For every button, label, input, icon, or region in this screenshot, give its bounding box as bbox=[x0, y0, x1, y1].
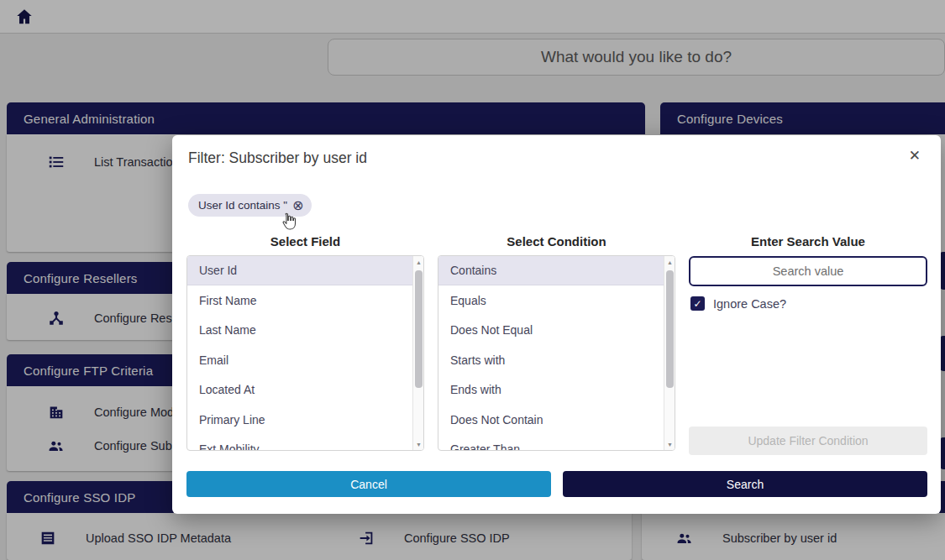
ignore-case-checkbox-row[interactable]: ✓ Ignore Case? bbox=[690, 296, 786, 311]
field-option-primary-line[interactable]: Primary Line bbox=[187, 405, 412, 434]
scroll-down-icon[interactable]: ▼ bbox=[413, 438, 424, 450]
field-option-last-name[interactable]: Last Name bbox=[187, 316, 412, 345]
field-option-first-name[interactable]: First Name bbox=[187, 285, 412, 315]
filter-condition-chip[interactable]: User Id contains " ⊗ bbox=[188, 194, 312, 217]
condition-option-contains[interactable]: Contains bbox=[438, 256, 664, 285]
condition-option-ends-with[interactable]: Ends with bbox=[438, 375, 664, 405]
field-listbox: User Id First Name Last Name Email Locat… bbox=[186, 255, 424, 451]
cancel-button[interactable]: Cancel bbox=[186, 471, 551, 497]
update-filter-condition-button[interactable]: Update Filter Condition bbox=[689, 427, 927, 455]
condition-option-does-not-contain[interactable]: Does Not Contain bbox=[438, 405, 664, 434]
select-field-header: Select Field bbox=[186, 234, 424, 249]
search-value-input[interactable] bbox=[689, 256, 927, 286]
ignore-case-label: Ignore Case? bbox=[713, 297, 786, 311]
chip-remove-icon[interactable]: ⊗ bbox=[292, 199, 303, 212]
condition-scrollbar[interactable]: ▲ ▼ bbox=[664, 256, 675, 450]
condition-option-greater-than[interactable]: Greater Than bbox=[438, 434, 664, 451]
condition-option-starts-with[interactable]: Starts with bbox=[438, 345, 664, 374]
scroll-up-icon[interactable]: ▲ bbox=[413, 256, 424, 268]
condition-option-equals[interactable]: Equals bbox=[438, 285, 664, 315]
dialog-title: Filter: Subscriber by user id bbox=[188, 149, 367, 167]
close-icon[interactable]: ✕ bbox=[909, 149, 921, 163]
condition-listbox: Contains Equals Does Not Equal Starts wi… bbox=[438, 255, 675, 451]
field-option-email[interactable]: Email bbox=[187, 345, 412, 374]
chip-label: User Id contains " bbox=[198, 199, 287, 212]
ignore-case-checkbox[interactable]: ✓ bbox=[690, 296, 705, 311]
app-window: General Administration List Transactions… bbox=[0, 0, 945, 560]
checkmark-icon: ✓ bbox=[693, 298, 701, 310]
scroll-down-icon[interactable]: ▼ bbox=[664, 438, 675, 450]
search-button[interactable]: Search bbox=[563, 471, 927, 497]
field-option-located-at[interactable]: Located At bbox=[187, 375, 412, 405]
scroll-thumb[interactable] bbox=[415, 270, 423, 388]
scroll-up-icon[interactable]: ▲ bbox=[664, 256, 675, 268]
field-scrollbar[interactable]: ▲ ▼ bbox=[412, 256, 423, 450]
select-condition-header: Select Condition bbox=[438, 234, 675, 249]
field-option-ext-mobility[interactable]: Ext Mobility bbox=[187, 434, 412, 451]
enter-search-value-header: Enter Search Value bbox=[689, 234, 927, 249]
field-option-user-id[interactable]: User Id bbox=[187, 256, 412, 285]
filter-dialog: Filter: Subscriber by user id ✕ User Id … bbox=[172, 135, 941, 514]
scroll-thumb[interactable] bbox=[666, 270, 674, 388]
condition-option-does-not-equal[interactable]: Does Not Equal bbox=[438, 316, 664, 345]
